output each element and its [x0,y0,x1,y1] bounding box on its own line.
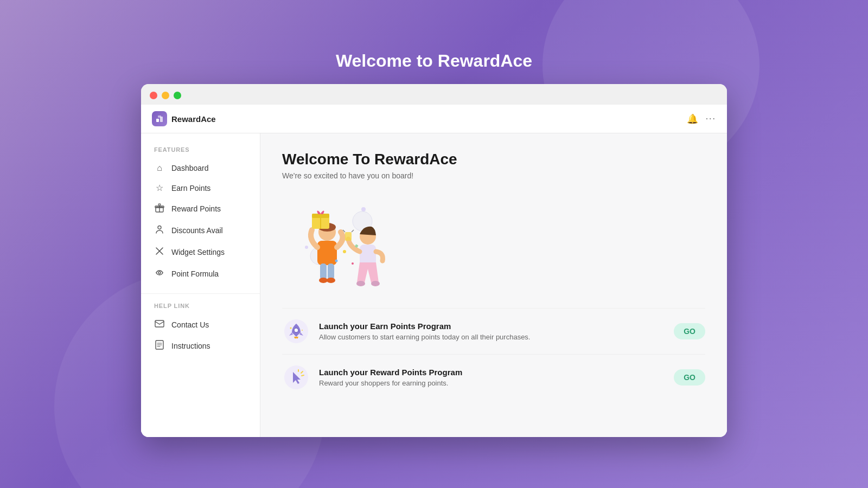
browser-window: RewardAce 🔔 ··· FEATURES ⌂ Dashboard ☆ E… [141,84,727,437]
earn-points-cta-text: Launch your Earn Points Program Allow cu… [319,322,665,341]
app-brand: RewardAce [152,111,216,126]
cta-earn-points: Launch your Earn Points Program Allow cu… [282,308,705,354]
sidebar-item-earn-points[interactable]: ☆ Earn Points [141,178,260,198]
bell-icon[interactable]: 🔔 [687,113,698,125]
app-name-label: RewardAce [171,114,216,124]
gift-icon [154,203,165,215]
svg-rect-34 [345,232,352,241]
sidebar-label-reward-points: Reward Points [171,204,221,213]
top-bar-actions: 🔔 ··· [687,113,716,125]
welcome-title: Welcome To RewardAce [282,151,705,168]
earn-points-cta-desc: Allow customers to start earning points … [319,333,665,341]
svg-rect-9 [155,320,164,327]
sidebar-item-instructions[interactable]: Instructions [141,335,260,357]
svg-rect-2 [158,115,161,118]
svg-point-8 [158,272,161,274]
app-logo-icon [152,111,167,126]
sidebar-label-contact-us: Contact Us [171,320,209,329]
minimize-button[interactable] [162,92,169,99]
reward-points-cta-desc: Reward your shoppers for earning points. [319,379,665,387]
star-icon: ☆ [154,183,165,193]
browser-chrome [141,84,727,99]
person-icon [154,224,165,236]
sidebar-label-instructions: Instructions [171,342,210,350]
svg-point-25 [319,278,328,283]
document-icon [154,340,165,352]
svg-rect-22 [317,241,337,265]
svg-point-42 [302,330,303,331]
svg-point-41 [290,328,292,329]
svg-point-37 [335,260,338,262]
svg-rect-0 [156,119,159,122]
svg-point-35 [343,250,346,253]
svg-rect-24 [328,264,334,280]
sidebar-item-point-formula[interactable]: Point Formula [141,263,260,285]
welcome-subtitle: We're so excited to have you on board! [282,171,705,180]
cta-reward-points: Launch your Reward Points Program Reward… [282,354,705,400]
sidebar-item-reward-points[interactable]: Reward Points [141,198,260,220]
maximize-button[interactable] [174,92,181,99]
sidebar-item-contact-us[interactable]: Contact Us [141,314,260,335]
mail-icon [154,319,165,330]
svg-point-15 [361,207,366,211]
traffic-lights [150,92,718,99]
svg-point-32 [356,281,365,286]
sidebar-label-point-formula: Point Formula [171,269,219,278]
sidebar: FEATURES ⌂ Dashboard ☆ Earn Points [141,133,260,437]
svg-point-14 [305,246,308,249]
browser-content: RewardAce 🔔 ··· FEATURES ⌂ Dashboard ☆ E… [141,105,727,437]
sidebar-label-dashboard: Dashboard [171,164,209,172]
cursor-icon [282,363,310,391]
top-bar: RewardAce 🔔 ··· [141,105,727,133]
close-button[interactable] [150,92,157,99]
reward-points-go-button[interactable]: GO [674,369,705,386]
svg-point-33 [371,281,380,286]
content-area: Welcome To RewardAce We're so excited to… [260,133,727,437]
sidebar-label-discounts-avail: Discounts Avail [171,226,223,235]
features-section-label: FEATURES [141,146,260,153]
svg-point-5 [158,226,161,229]
svg-line-45 [302,375,304,376]
more-options-icon[interactable]: ··· [706,114,716,124]
reward-points-cta-title: Launch your Reward Points Program [319,368,665,377]
earn-points-go-button[interactable]: GO [674,323,705,339]
sidebar-item-discounts-avail[interactable]: Discounts Avail [141,220,260,241]
svg-rect-23 [320,264,327,280]
sidebar-item-widget-settings[interactable]: Widget Settings [141,241,260,263]
svg-point-26 [327,278,335,283]
svg-point-40 [294,328,298,332]
sidebar-label-earn-points: Earn Points [171,184,210,192]
illustration: 👍 ❤️ [282,193,401,291]
svg-point-36 [352,262,354,265]
rocket-icon [282,317,310,345]
widget-icon [154,246,165,258]
page-title: Welcome to RewardAce [336,51,532,71]
sidebar-item-dashboard[interactable]: ⌂ Dashboard [141,158,260,178]
help-section-label: HELP LINK [141,303,260,309]
sidebar-divider [141,293,260,294]
formula-icon [154,268,165,280]
reward-points-cta-text: Launch your Reward Points Program Reward… [319,368,665,387]
main-layout: FEATURES ⌂ Dashboard ☆ Earn Points [141,133,727,437]
earn-points-cta-title: Launch your Earn Points Program [319,322,665,331]
home-icon: ⌂ [154,163,165,173]
sidebar-label-widget-settings: Widget Settings [171,248,225,256]
